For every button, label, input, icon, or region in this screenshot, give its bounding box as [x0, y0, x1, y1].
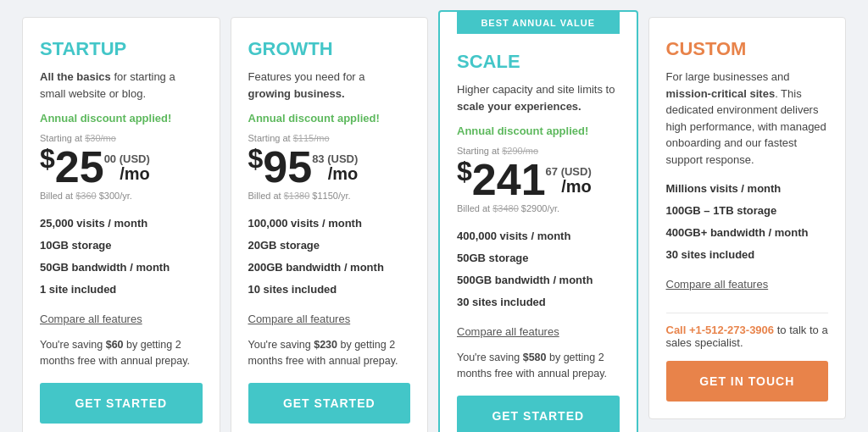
features-list-custom: Millions visits / month100GB – 1TB stora… [666, 178, 829, 266]
feature-item: 50GB bandwidth / month [40, 257, 203, 279]
savings-text-scale: You're saving $580 by getting 2 months f… [457, 350, 620, 382]
feature-item: 10GB storage [40, 235, 203, 257]
plan-name-startup: STARTUP [40, 38, 203, 60]
billed-at-scale: Billed at $3480 $2900/yr. [457, 203, 620, 213]
plan-description-startup: All the basics for starting a small webs… [40, 69, 203, 102]
plan-card-growth: GROWTHFeatures you need for a growing bu… [231, 17, 429, 432]
compare-link-growth[interactable]: Compare all features [248, 313, 411, 325]
feature-item: 1 site included [40, 279, 203, 301]
phone-link[interactable]: Call +1-512-273-3906 [666, 324, 775, 336]
annual-discount-startup: Annual discount applied! [40, 112, 203, 125]
annual-discount-growth: Annual discount applied! [248, 112, 411, 125]
plan-name-custom: CUSTOM [666, 38, 829, 60]
price-per-month: /mo [328, 164, 359, 184]
feature-item: 20GB storage [248, 235, 411, 257]
plan-description-custom: For large businesses and mission-critica… [666, 69, 829, 168]
compare-link-scale[interactable]: Compare all features [457, 325, 620, 338]
billed-at-growth: Billed at $1380 $1150/yr. [248, 191, 411, 201]
price-amount: 95 [263, 145, 312, 189]
plan-card-scale: BEST ANNUAL VALUESCALEHigher capacity an… [438, 10, 638, 432]
price-superscript: 83 (USD) [312, 153, 358, 164]
feature-item: 30 sites included [666, 244, 829, 266]
pricing-container: STARTUPAll the basics for starting a sma… [17, 17, 851, 432]
price-per-month: /mo [561, 177, 592, 197]
billed-at-startup: Billed at $360 $300/yr. [40, 191, 203, 201]
annual-discount-scale: Annual discount applied! [457, 125, 620, 137]
best-value-banner: BEST ANNUAL VALUE [457, 12, 620, 34]
features-list-startup: 25,000 visits / month10GB storage50GB ba… [40, 213, 203, 301]
cta-button-scale[interactable]: GET STARTED [457, 396, 620, 433]
features-list-growth: 100,000 visits / month20GB storage200GB … [248, 213, 411, 301]
feature-item: 50GB storage [457, 247, 620, 269]
feature-item: 100GB – 1TB storage [666, 200, 829, 222]
plan-name-growth: GROWTH [248, 38, 411, 60]
feature-item: 10 sites included [248, 279, 411, 301]
plan-card-custom: CUSTOMFor large businesses and mission-c… [648, 17, 847, 419]
cta-button-custom[interactable]: GET IN TOUCH [666, 361, 829, 402]
phone-text: Call +1-512-273-3906 to talk to a sales … [666, 324, 829, 349]
savings-text-growth: You're saving $230 by getting 2 months f… [248, 337, 411, 369]
features-list-scale: 400,000 visits / month50GB storage500GB … [457, 225, 620, 313]
price-main-growth: $ 95 83 (USD) /mo [248, 145, 411, 189]
price-main-startup: $ 25 00 (USD) /mo [40, 145, 203, 189]
price-main-scale: $ 241 67 (USD) /mo [457, 158, 620, 202]
price-amount: 241 [472, 158, 546, 202]
feature-item: 100,000 visits / month [248, 213, 411, 235]
feature-item: Millions visits / month [666, 178, 829, 200]
price-per-month: /mo [120, 164, 150, 184]
feature-item: 400,000 visits / month [457, 225, 620, 247]
price-superscript: 00 (USD) [104, 153, 150, 164]
plan-name-scale: SCALE [457, 51, 620, 73]
feature-item: 200GB bandwidth / month [248, 257, 411, 279]
compare-link-custom[interactable]: Compare all features [666, 278, 829, 291]
price-dollar: $ [40, 145, 55, 172]
cta-button-growth[interactable]: GET STARTED [248, 383, 411, 424]
price-dollar: $ [248, 145, 264, 172]
price-superscript: 67 (USD) [546, 166, 592, 177]
price-amount: 25 [55, 145, 104, 189]
feature-item: 30 sites included [457, 291, 620, 313]
compare-link-startup[interactable]: Compare all features [40, 313, 203, 325]
feature-item: 500GB bandwidth / month [457, 269, 620, 291]
plan-card-startup: STARTUPAll the basics for starting a sma… [22, 17, 220, 432]
feature-item: 25,000 visits / month [40, 213, 203, 235]
plan-description-growth: Features you need for a growing business… [248, 69, 411, 102]
price-dollar: $ [457, 158, 472, 185]
plan-description-scale: Higher capacity and site limits to scale… [457, 81, 620, 114]
feature-item: 400GB+ bandwidth / month [666, 222, 829, 244]
cta-button-startup[interactable]: GET STARTED [40, 383, 203, 424]
savings-text-startup: You're saving $60 by getting 2 months fr… [40, 337, 203, 369]
